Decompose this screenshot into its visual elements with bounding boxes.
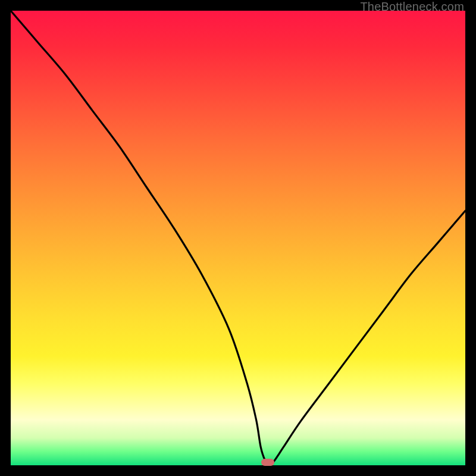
optimum-marker — [261, 459, 274, 466]
watermark-text: TheBottleneck.com — [360, 0, 464, 14]
bottleneck-curve — [11, 11, 465, 465]
plot-area — [11, 11, 465, 465]
chart-frame: TheBottleneck.com — [0, 0, 476, 476]
